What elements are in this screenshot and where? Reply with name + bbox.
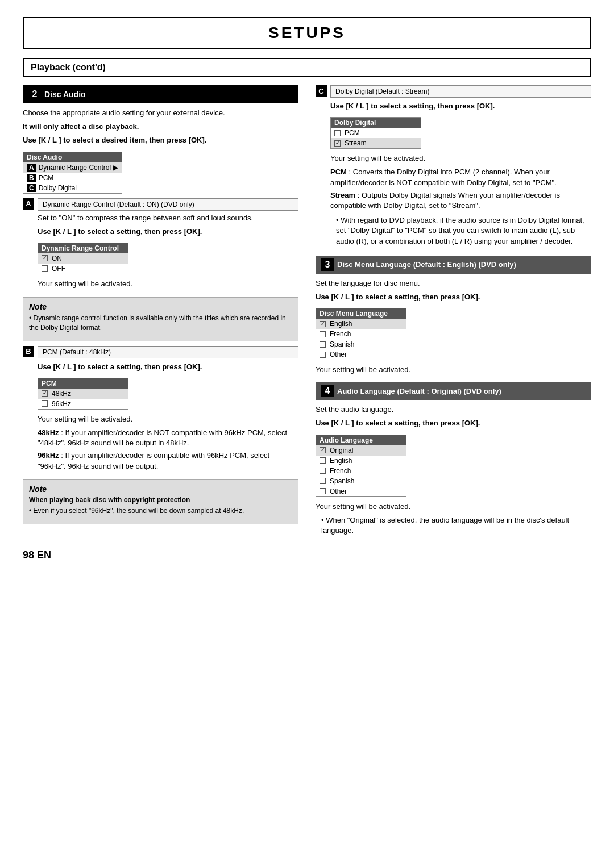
audio-language-menu: Audio Language Original English French S… <box>316 435 406 497</box>
section3-header: 3 Disc Menu Language (Default : English)… <box>316 256 591 274</box>
audio-french-checkbox <box>320 468 326 474</box>
sub-b-48khz: 48kHz : If your amplifier/decoder is NOT… <box>38 428 298 448</box>
page-title: SETUPS <box>23 17 591 49</box>
sub-c-pcm-desc: PCM : Converts the Dolby Digital into PC… <box>330 167 591 187</box>
disc-menu-english-checkbox <box>320 321 326 327</box>
section3-num: 3 <box>321 258 334 271</box>
disc-audio-menu-title: Disc Audio <box>23 152 122 162</box>
sub-a-content: Dynamic Range Control (Default : ON) (DV… <box>38 198 298 293</box>
sub-c-content: Dolby Digital (Default : Stream) Use [K … <box>330 85 591 249</box>
disc-audio-row-dynamic: A Dynamic Range Control ▶ <box>23 162 122 173</box>
note2-title2: When playing back disc with copyright pr… <box>29 496 292 504</box>
disc-menu-language-menu: Disc Menu Language English French Spanis… <box>316 308 406 360</box>
badge-c: C <box>27 184 36 192</box>
section2-label: Disc Audio <box>44 90 86 99</box>
disc-menu-french-checkbox <box>320 331 326 337</box>
sub-a-section: A Dynamic Range Control (Default : ON) (… <box>23 198 298 293</box>
sub-a-label: Dynamic Range Control (Default : ON) (DV… <box>38 198 298 211</box>
section2-num: 2 <box>28 88 41 101</box>
audio-other-checkbox <box>320 488 326 494</box>
section4-activated: Your setting will be activated. <box>316 502 591 512</box>
pcm-menu: PCM 48kHz 96kHz <box>38 378 128 410</box>
badge-a: A <box>27 164 36 172</box>
audio-lang-english: English <box>316 456 406 466</box>
audio-original-checkbox <box>320 447 326 453</box>
right-column: C Dolby Digital (Default : Stream) Use [… <box>316 85 591 538</box>
sub-c-bullet: • With regard to DVD playback, if the au… <box>336 215 591 247</box>
section3-label: Disc Menu Language (Default : English) (… <box>337 260 516 269</box>
sub-a-desc: Set to "ON" to compress the range betwee… <box>38 213 298 223</box>
note2-title: Note <box>29 485 292 494</box>
section3-activated: Your setting will be activated. <box>316 365 591 375</box>
pcm-row-96: 96kHz <box>38 399 128 409</box>
sub-c-stream-desc: Stream : Outputs Dolby Digital signals W… <box>330 190 591 211</box>
disc-menu-spanish-checkbox <box>320 341 326 348</box>
audio-lang-other: Other <box>316 486 406 496</box>
drc-row-off: OFF <box>38 264 128 274</box>
dolby-menu: Dolby Digital PCM Stream <box>330 117 421 149</box>
disc-menu-english: English <box>316 319 406 329</box>
drc-menu-title: Dynamic Range Control <box>38 243 128 253</box>
badge-b-label: B <box>23 346 34 357</box>
pcm-48-checkbox <box>42 390 48 397</box>
sub-b-section: B PCM (Default : 48kHz) Use [K / L ] to … <box>23 346 298 475</box>
disc-menu-other-checkbox <box>320 352 326 358</box>
sub-c-label: Dolby Digital (Default : Stream) <box>330 85 591 98</box>
section2-use-instruction: Use [K / L ] to select a desired item, t… <box>23 135 298 145</box>
sub-b-content: PCM (Default : 48kHz) Use [K / L ] to se… <box>38 346 298 475</box>
note1-title: Note <box>29 302 292 311</box>
audio-language-title: Audio Language <box>316 435 406 445</box>
section4-desc: Set the audio language. <box>316 404 591 415</box>
dolby-menu-title: Dolby Digital <box>331 118 421 128</box>
section3-use-instruction: Use [K / L ] to select a setting, then p… <box>316 292 591 302</box>
note2-text: • Even if you select "96kHz", the sound … <box>29 506 292 516</box>
section2-intro: Choose the appropriate audio setting for… <box>23 108 298 118</box>
sub-b-96khz: 96kHz : If your amplifier/decoder is com… <box>38 450 298 471</box>
section4-num: 4 <box>321 385 334 397</box>
sub-c-activated: Your setting will be activated. <box>330 153 591 164</box>
note1-text: • Dynamic range control function is avai… <box>29 314 292 333</box>
section4-use-instruction: Use [K / L ] to select a setting, then p… <box>316 418 591 428</box>
dolby-row-stream: Stream <box>331 138 421 148</box>
playback-header: Playback (cont'd) <box>23 58 591 77</box>
sub-b-activated: Your setting will be activated. <box>38 414 298 424</box>
section4-label: Audio Language (Default : Original) (DVD… <box>337 387 501 395</box>
disc-menu-french: French <box>316 329 406 339</box>
drc-menu: Dynamic Range Control ON OFF <box>38 243 128 274</box>
note2-box: Note When playing back disc with copyrig… <box>23 479 298 524</box>
dolby-stream-checkbox <box>334 140 341 147</box>
sub-a-use-instruction: Use [K / L ] to select a setting, then p… <box>38 227 298 237</box>
badge-b: B <box>27 174 36 182</box>
audio-spanish-checkbox <box>320 478 326 484</box>
section4-bullet: • When "Original" is selected, the audio… <box>321 515 591 536</box>
badge-a-label: A <box>23 198 34 210</box>
audio-english-checkbox <box>320 457 326 464</box>
disc-audio-menu: Disc Audio A Dynamic Range Control ▶ B P… <box>23 152 122 194</box>
section2-header: 2 Disc Audio <box>23 85 298 103</box>
disc-audio-row-dolby: C Dolby Digital <box>23 183 122 193</box>
disc-audio-row-pcm: B PCM <box>23 173 122 183</box>
pcm-menu-title: PCM <box>38 378 128 389</box>
drc-off-checkbox <box>42 265 48 272</box>
pcm-96-checkbox <box>42 400 48 407</box>
sub-b-label: PCM (Default : 48kHz) <box>38 346 298 358</box>
page-num: 98 EN <box>23 549 591 561</box>
dolby-pcm-checkbox <box>334 130 341 136</box>
disc-menu-spanish: Spanish <box>316 339 406 349</box>
sub-c-section: C Dolby Digital (Default : Stream) Use [… <box>316 85 591 249</box>
section4-header: 4 Audio Language (Default : Original) (D… <box>316 382 591 400</box>
sub-c-use-instruction: Use [K / L ] to select a setting, then p… <box>330 101 591 111</box>
left-column: 2 Disc Audio Choose the appropriate audi… <box>23 85 298 538</box>
drc-row-on: ON <box>38 253 128 264</box>
pcm-row-48: 48kHz <box>38 389 128 399</box>
section3-desc: Set the language for disc menu. <box>316 278 591 289</box>
dolby-row-pcm: PCM <box>331 128 421 138</box>
disc-menu-language-title: Disc Menu Language <box>316 308 406 319</box>
audio-lang-spanish: Spanish <box>316 476 406 486</box>
sub-a-activated: Your setting will be activated. <box>38 279 298 289</box>
audio-lang-french: French <box>316 466 406 476</box>
section2-bold-note: It will only affect a disc playback. <box>23 122 298 132</box>
badge-c-label: C <box>316 85 327 97</box>
note1-box: Note • Dynamic range control function is… <box>23 297 298 341</box>
disc-menu-other: Other <box>316 349 406 360</box>
